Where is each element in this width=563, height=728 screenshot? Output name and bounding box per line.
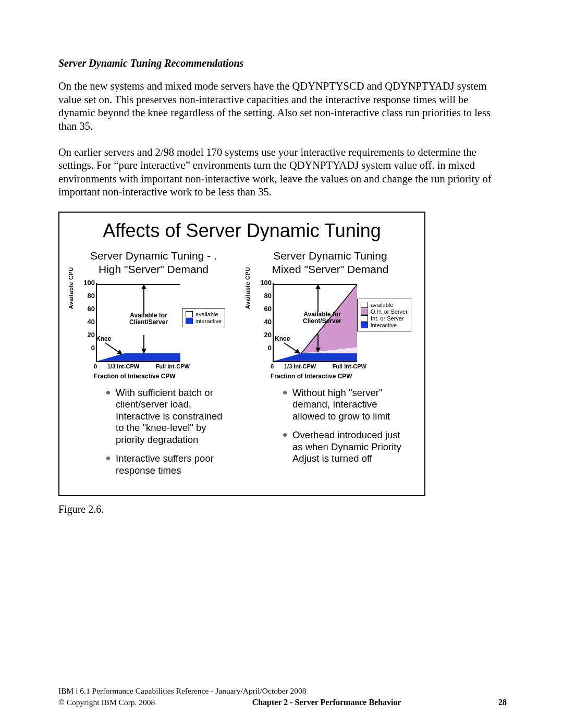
page-footer: IBM i 6.1 Performance Capabilities Refer…	[58, 686, 507, 707]
svg-marker-18	[295, 349, 300, 354]
svg-marker-10	[274, 353, 357, 361]
svg-marker-7	[117, 350, 123, 355]
swatch-icon	[361, 315, 368, 322]
legend-item: O.H. or Server	[361, 309, 408, 315]
legend-item: available	[361, 302, 408, 308]
right-panel: Server Dynamic Tuning Mixed "Server" Dem…	[247, 249, 414, 484]
x-axis-label: Fraction of Interactive CPW	[271, 373, 352, 380]
x-axis-label: Fraction of Interactive CPW	[94, 373, 176, 380]
left-subtitle: Server Dynamic Tuning - . High "Server" …	[70, 249, 237, 277]
paragraph-1: On the new systems and mixed mode server…	[58, 80, 507, 133]
ytick: 60	[264, 305, 272, 313]
figure-caption: Figure 2.6.	[58, 503, 507, 515]
left-avail-annot: Available for Client/Server	[129, 312, 168, 327]
legend-label: available	[371, 302, 393, 308]
y-axis-label: Available CPU	[244, 267, 251, 309]
ytick: 20	[264, 331, 272, 339]
left-chart: Available CPU 100 80 60 40 20 0	[70, 280, 231, 384]
footer-copyright: © Copyright IBM Corp. 2008	[58, 698, 155, 707]
xtick: 1/3 Int-CPW	[284, 363, 316, 369]
legend-label: interactive	[195, 318, 222, 324]
figure-title: Affects of Server Dynamic Tuning	[70, 220, 414, 242]
left-knee-annot: Knee	[96, 335, 111, 342]
legend-label: Int. or Server	[371, 315, 404, 322]
ytick: 40	[264, 318, 272, 326]
ytick: 20	[88, 331, 95, 339]
xtick: Full Int-CPW	[333, 363, 366, 369]
paragraph-2: On earlier servers and 2/98 model 170 sy…	[58, 146, 507, 200]
right-knee-annot: Knee	[275, 335, 290, 342]
left-panel: Server Dynamic Tuning - . High "Server" …	[70, 249, 237, 484]
legend-item: Int. or Server	[361, 315, 408, 322]
xtick: Full Int-CPW	[156, 363, 190, 369]
figure-columns: Server Dynamic Tuning - . High "Server" …	[70, 249, 414, 484]
right-subtitle: Server Dynamic Tuning Mixed "Server" Dem…	[247, 249, 414, 277]
swatch-icon	[361, 322, 368, 328]
left-bullets: With sufficient batch or client/server l…	[70, 387, 237, 477]
footer-page-number: 28	[498, 698, 507, 707]
right-plot-area: Available for Client/Server Knee	[273, 283, 357, 362]
y-axis-label: Available CPU	[68, 267, 74, 309]
section-heading: Server Dynamic Tuning Recommendations	[58, 57, 507, 69]
ytick: 0	[268, 344, 272, 352]
ytick: 80	[264, 292, 272, 300]
svg-marker-0	[97, 353, 180, 361]
legend-label: available	[195, 311, 218, 317]
bullet-item: Overhead introduced just as when Dynamic…	[283, 429, 409, 465]
xtick: 1/3 Int-CPW	[107, 363, 139, 369]
bullet-item: Interactive suffers poor response times	[106, 453, 232, 476]
ytick: 40	[88, 318, 95, 326]
footer-chapter: Chapter 2 - Server Performance Behavior	[155, 698, 498, 707]
svg-line-6	[105, 343, 120, 353]
right-chart: Available CPU 100 80 60 40 20 0	[247, 280, 408, 384]
swatch-icon	[186, 318, 193, 324]
legend-item: interactive	[361, 322, 408, 328]
right-legend: available O.H. or Server Int. or Server …	[357, 299, 411, 331]
ytick: 0	[91, 344, 95, 352]
ytick: 100	[83, 279, 95, 287]
left-legend: available interactive	[182, 308, 225, 327]
swatch-icon	[361, 309, 368, 315]
bullet-item: Without high "server" demand, Interactiv…	[283, 387, 409, 423]
figure-box: Affects of Server Dynamic Tuning Server …	[58, 212, 425, 496]
legend-label: O.H. or Server	[371, 309, 408, 315]
legend-item: available	[186, 311, 222, 317]
ytick: 60	[88, 305, 95, 313]
footer-doc-ref: IBM i 6.1 Performance Capabilities Refer…	[58, 686, 507, 696]
page: Server Dynamic Tuning Recommendations On…	[0, 0, 563, 728]
bullet-item: With sufficient batch or client/server l…	[106, 387, 232, 446]
right-avail-annot: Available for Client/Server	[303, 311, 341, 326]
right-bullets: Without high "server" demand, Interactiv…	[247, 387, 414, 465]
ytick: 100	[260, 279, 272, 287]
legend-label: interactive	[371, 322, 397, 328]
swatch-icon	[361, 302, 368, 308]
legend-item: interactive	[186, 318, 222, 324]
xtick: 0	[271, 363, 274, 369]
xtick: 0	[94, 363, 97, 369]
svg-marker-5	[141, 349, 146, 354]
left-plot-area: Available for Client/Server Knee	[96, 283, 180, 362]
ytick: 80	[88, 292, 95, 300]
swatch-icon	[186, 311, 193, 317]
